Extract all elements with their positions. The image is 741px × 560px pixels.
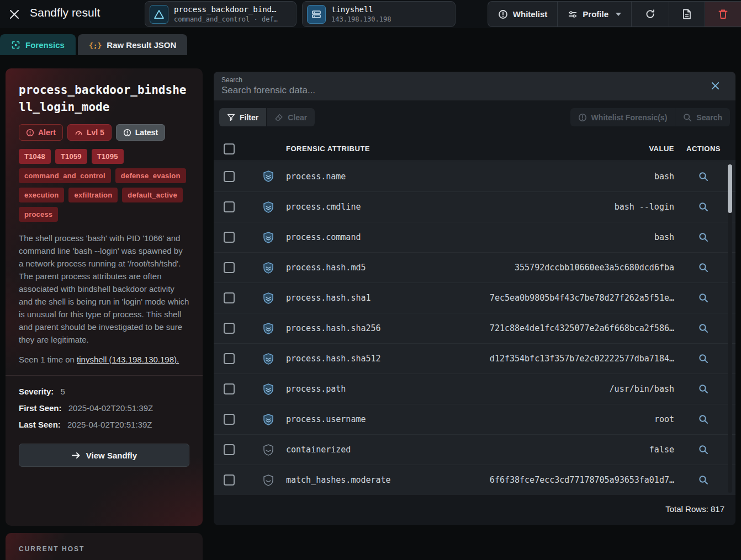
search-value-button[interactable] bbox=[684, 202, 723, 212]
shield-icon bbox=[263, 474, 273, 486]
clear-filter-button[interactable]: Clear bbox=[266, 108, 315, 126]
current-host-card: CURRENT HOST bbox=[6, 533, 203, 560]
table-row: process.hash.sha512 d12f354bfc13f357b7e2… bbox=[214, 343, 735, 374]
forensic-attribute: process.username bbox=[286, 414, 366, 424]
column-header-actions: ACTIONS bbox=[684, 145, 723, 153]
forensic-value: root bbox=[654, 414, 674, 424]
seen-line: Seen 1 time on tinyshell (143.198.130.19… bbox=[19, 355, 189, 364]
search-value-button[interactable] bbox=[684, 293, 723, 303]
severity-value: 5 bbox=[61, 387, 65, 396]
profile-button[interactable]: Profile bbox=[557, 2, 631, 26]
json-braces-icon bbox=[89, 40, 102, 50]
forensic-attribute: process.hash.sha512 bbox=[286, 354, 381, 364]
magnifier-icon bbox=[698, 263, 708, 273]
forensics-scan-icon bbox=[11, 40, 20, 50]
level-badge: Lvl 5 bbox=[67, 124, 112, 141]
forensic-attribute: process.name bbox=[286, 172, 346, 182]
stats-section: Severity: 5 First Seen: 2025-04-02T20:51… bbox=[19, 387, 189, 429]
search-value-button[interactable] bbox=[684, 263, 723, 273]
delete-button[interactable] bbox=[705, 2, 741, 26]
alert-badge: Alert bbox=[19, 124, 63, 141]
close-icon[interactable] bbox=[7, 7, 22, 22]
search-value-button[interactable] bbox=[684, 354, 723, 364]
mitre-tag: defense_evasion bbox=[115, 168, 186, 183]
table-row: containerized false bbox=[214, 434, 735, 465]
row-checkbox[interactable] bbox=[224, 414, 235, 425]
magnifier-icon bbox=[698, 445, 708, 455]
host-chip-title: tinyshell bbox=[331, 5, 391, 14]
forensic-value: d12f354bfc13f357b7e2c02222577dba7184… bbox=[490, 354, 674, 364]
whitelist-button[interactable]: Whitelist bbox=[488, 2, 558, 26]
shield-icon bbox=[263, 201, 273, 213]
forensic-value: bash --login bbox=[615, 202, 674, 212]
table-row: match_hashes.moderate 6f6f38fce7ecc3cd77… bbox=[214, 465, 735, 495]
search-value-button[interactable] bbox=[684, 323, 723, 333]
row-checkbox[interactable] bbox=[224, 383, 235, 394]
shield-icon bbox=[263, 444, 273, 456]
mitre-tag: execution bbox=[19, 188, 64, 202]
forensics-panel: Search Filter Clear Whitelist Forensic(s… bbox=[214, 72, 735, 525]
search-input[interactable] bbox=[221, 85, 684, 96]
mitre-tag: exfiltration bbox=[68, 188, 118, 202]
filter-button[interactable]: Filter bbox=[219, 108, 266, 126]
table-row: process.hash.sha1 7ec5ea0b9805b4f43c7be7… bbox=[214, 282, 735, 313]
report-button[interactable] bbox=[669, 2, 705, 26]
severity-row: Severity: 5 bbox=[19, 387, 189, 396]
sandfly-chip-subtitle: command_and_control · def… bbox=[174, 15, 278, 23]
last-seen-value: 2025-04-02T20:51:39Z bbox=[67, 420, 152, 429]
search-value-button[interactable] bbox=[684, 475, 723, 485]
forensic-value: /usr/bin/bash bbox=[610, 384, 674, 394]
tag-list: T1048T1059T1095command_and_controldefens… bbox=[19, 149, 189, 222]
forensic-attribute: process.hash.md5 bbox=[286, 263, 366, 273]
table-row: process.username root bbox=[214, 404, 735, 434]
tab-forensics[interactable]: Forensics bbox=[0, 34, 76, 55]
refresh-button[interactable] bbox=[631, 2, 669, 26]
run-search-button[interactable]: Search bbox=[675, 108, 730, 126]
row-checkbox[interactable] bbox=[224, 262, 235, 273]
row-checkbox[interactable] bbox=[224, 353, 235, 364]
search-box: Search bbox=[214, 72, 735, 100]
row-checkbox[interactable] bbox=[224, 474, 235, 486]
row-checkbox[interactable] bbox=[224, 232, 235, 243]
magnifier-icon bbox=[698, 414, 708, 424]
mitre-tag: T1095 bbox=[92, 149, 124, 164]
host-link[interactable]: tinyshell (143.198.130.198). bbox=[77, 355, 179, 364]
host-chip[interactable]: tinyshell 143.198.130.198 bbox=[302, 1, 456, 27]
shield-icon bbox=[263, 170, 273, 182]
tab-raw-result-json[interactable]: Raw Result JSON bbox=[78, 34, 187, 55]
row-checkbox[interactable] bbox=[224, 323, 235, 334]
sandfly-detail-card: process_backdoor_bindshell_login_mode Al… bbox=[6, 68, 203, 526]
search-value-button[interactable] bbox=[684, 172, 723, 182]
scrollbar-thumb[interactable] bbox=[728, 164, 732, 213]
server-icon bbox=[307, 5, 326, 24]
view-sandfly-button[interactable]: View Sandfly bbox=[19, 444, 189, 467]
whitelist-forensics-button[interactable]: Whitelist Forensic(s) bbox=[570, 108, 675, 126]
magnifier-icon bbox=[698, 384, 708, 394]
forensic-attribute: process.path bbox=[286, 384, 346, 394]
select-all-checkbox[interactable] bbox=[224, 143, 235, 154]
mitre-tag: default_active bbox=[122, 188, 183, 202]
forensic-value: 355792dccbb10660ee3a5c680dcd6fba bbox=[515, 263, 674, 273]
row-checkbox[interactable] bbox=[224, 292, 235, 303]
search-value-button[interactable] bbox=[684, 232, 723, 242]
top-bar: Sandfly result process_backdoor_bind… co… bbox=[0, 0, 741, 28]
search-value-button[interactable] bbox=[684, 384, 723, 394]
host-chip-subtitle: 143.198.130.198 bbox=[331, 15, 391, 23]
shield-icon bbox=[263, 383, 273, 395]
search-value-button[interactable] bbox=[684, 414, 723, 424]
row-checkbox[interactable] bbox=[224, 201, 235, 212]
magnifier-icon bbox=[698, 232, 708, 242]
last-seen-row: Last Seen: 2025-04-02T20:51:39Z bbox=[19, 420, 189, 429]
header-toolbar: Whitelist Profile bbox=[488, 1, 741, 27]
sandfly-chip[interactable]: process_backdoor_bind… command_and_contr… bbox=[145, 1, 297, 27]
row-checkbox[interactable] bbox=[224, 444, 235, 455]
arrow-right-icon bbox=[71, 451, 81, 460]
whitelist-icon bbox=[498, 9, 508, 19]
mitre-tag: T1059 bbox=[55, 149, 87, 164]
sandfly-chip-title: process_backdoor_bind… bbox=[174, 5, 278, 14]
search-value-button[interactable] bbox=[684, 445, 723, 455]
magnifier-icon bbox=[698, 293, 708, 303]
row-checkbox[interactable] bbox=[224, 171, 235, 182]
table-row: process.command bash bbox=[214, 222, 735, 252]
clear-search-icon[interactable] bbox=[711, 81, 720, 90]
